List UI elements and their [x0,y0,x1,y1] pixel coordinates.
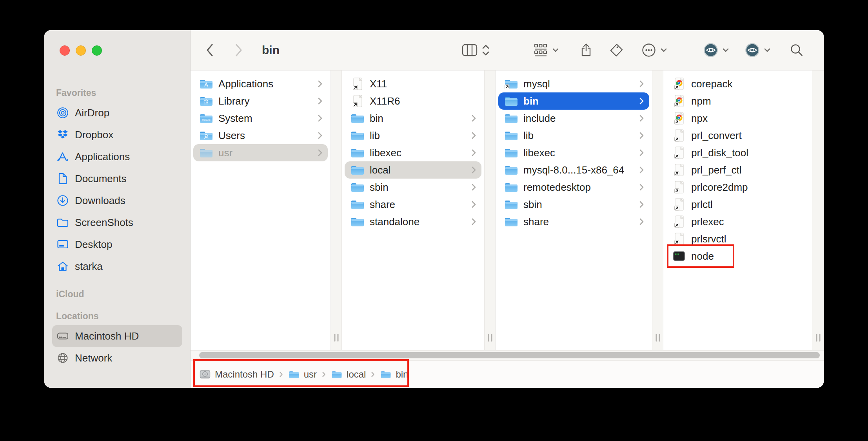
file-item-applications[interactable]: Applications [193,75,328,92]
view-stepper[interactable] [481,43,490,57]
sidebar-item-network[interactable]: Network [52,347,182,369]
extension-eye-button-1[interactable] [703,42,719,58]
back-icon [207,45,212,56]
file-item-label: share [370,199,471,211]
file-item-bin[interactable]: bin [345,110,481,127]
file-item-library[interactable]: Library [193,92,328,110]
sidebar-item-downloads[interactable]: Downloads [52,190,182,211]
more-chevron[interactable] [660,48,667,52]
file-item-label: lib [523,130,639,142]
chrome-doc-icon [672,77,686,91]
sidebar-item-label: AirDrop [75,107,109,119]
svg-text:macOS: macOS [202,118,211,121]
file-item-mysql-8-0-15-x86-64[interactable]: mysql-8.0...15-x86_64 [498,161,649,179]
column-resize-gutter[interactable] [330,70,342,350]
group-icon [534,43,547,57]
drive-icon [56,329,69,343]
extension-eye-chevron-2[interactable] [764,48,771,52]
file-item-prlsrvctl[interactable]: prlsrvctl [666,230,809,248]
path-item-macintosh-hd[interactable]: Macintosh HD [199,369,274,380]
file-item-node[interactable]: node [666,248,809,265]
back-button[interactable] [205,43,214,57]
file-item-prlctl[interactable]: prlctl [666,196,809,213]
file-item-share[interactable]: share [345,196,481,213]
file-item-system[interactable]: macOSSystem [193,110,328,127]
file-item-libexec[interactable]: libexec [498,144,649,161]
file-item-local[interactable]: local [345,161,481,179]
file-item-corepack[interactable]: corepack [666,75,809,92]
file-item-lib[interactable]: lib [498,127,649,144]
extension-eye-chevron-1[interactable] [722,48,729,52]
column-resize-gutter[interactable] [652,70,663,350]
file-item-sbin[interactable]: sbin [345,179,481,196]
forward-button[interactable] [234,43,243,57]
sidebar-section-favorites: Favorites [56,87,190,99]
finder-column-1: ApplicationsLibrarymacOSSystemUsersusr [191,70,330,350]
chevron-right-icon [639,200,644,209]
sidebar-item-documents[interactable]: Documents [52,168,182,190]
tag-button[interactable] [609,43,623,57]
share-button[interactable] [580,43,592,57]
file-item-x11r6[interactable]: X11R6 [345,92,481,110]
file-item-npx[interactable]: npx [666,110,809,127]
file-item-mysql[interactable]: mysql [498,75,649,92]
path-item-bin[interactable]: bin [380,369,408,380]
sidebar-item-screenshots[interactable]: ScreenShots [52,211,182,233]
file-item-usr[interactable]: usr [193,144,328,161]
alias-doc-icon [672,215,686,229]
file-item-sbin[interactable]: sbin [498,196,649,213]
path-item-local[interactable]: local [331,369,366,380]
sidebar-item-applications[interactable]: Applications [52,146,182,168]
group-chevron[interactable] [552,48,559,52]
group-button[interactable] [534,43,547,57]
file-item-label: bin [370,112,471,125]
extension-eye-button-2[interactable] [744,42,761,58]
column-resize-handle[interactable] [334,334,338,342]
file-item-prl-convert[interactable]: prl_convert [666,127,809,144]
horizontal-scrollbar[interactable] [191,350,824,360]
sidebar-item-starka[interactable]: starka [52,255,182,277]
file-item-label: local [370,164,471,176]
sidebar-item-macintosh-hd[interactable]: Macintosh HD [52,325,182,347]
column-resize-gutter[interactable] [484,70,496,350]
file-item-label: prlcore2dmp [691,181,807,193]
window-controls [44,30,190,83]
sidebar-item-airdrop[interactable]: AirDrop [52,102,182,124]
view-mode-button[interactable] [462,44,478,56]
sidebar-item-dropbox[interactable]: Dropbox [52,124,182,146]
scrollbar-thumb[interactable] [199,352,820,358]
search-button[interactable] [790,43,804,57]
file-item-label: remotedesktop [523,181,639,193]
file-item-label: Applications [218,78,318,90]
path-item-label: bin [396,369,408,380]
more-button[interactable] [641,43,656,58]
column-resize-handle[interactable] [816,334,820,342]
file-item-prlcore2dmp[interactable]: prlcore2dmp [666,179,809,196]
column-resize-gutter[interactable] [812,70,824,350]
column-resize-handle[interactable] [656,334,660,342]
file-item-share[interactable]: share [498,213,649,230]
path-item-usr[interactable]: usr [288,369,317,380]
file-item-users[interactable]: Users [193,127,328,144]
file-item-label: X11R6 [370,95,479,107]
file-item-bin[interactable]: bin [498,92,649,110]
zoom-button[interactable] [92,45,102,56]
file-item-x11[interactable]: X11 [345,75,481,92]
file-item-prl-disk-tool[interactable]: prl_disk_tool [666,144,809,161]
close-button[interactable] [60,45,70,56]
file-item-npm[interactable]: npm [666,92,809,110]
file-item-standalone[interactable]: standalone [345,213,481,230]
sidebar-item-desktop[interactable]: Desktop [52,233,182,255]
chevron-right-icon [471,183,476,192]
file-item-prlexec[interactable]: prlexec [666,213,809,230]
file-item-lib[interactable]: lib [345,127,481,144]
minimize-button[interactable] [76,45,86,56]
file-item-include[interactable]: include [498,110,649,127]
file-item-label: usr [218,147,318,159]
file-item-prl-perf-ctl[interactable]: prl_perf_ctl [666,161,809,179]
file-item-label: share [523,216,639,228]
file-item-libexec[interactable]: libexec [345,144,481,161]
column-resize-handle[interactable] [488,334,492,342]
sidebar-item-label: Macintosh HD [75,330,139,342]
file-item-remotedesktop[interactable]: remotedesktop [498,179,649,196]
